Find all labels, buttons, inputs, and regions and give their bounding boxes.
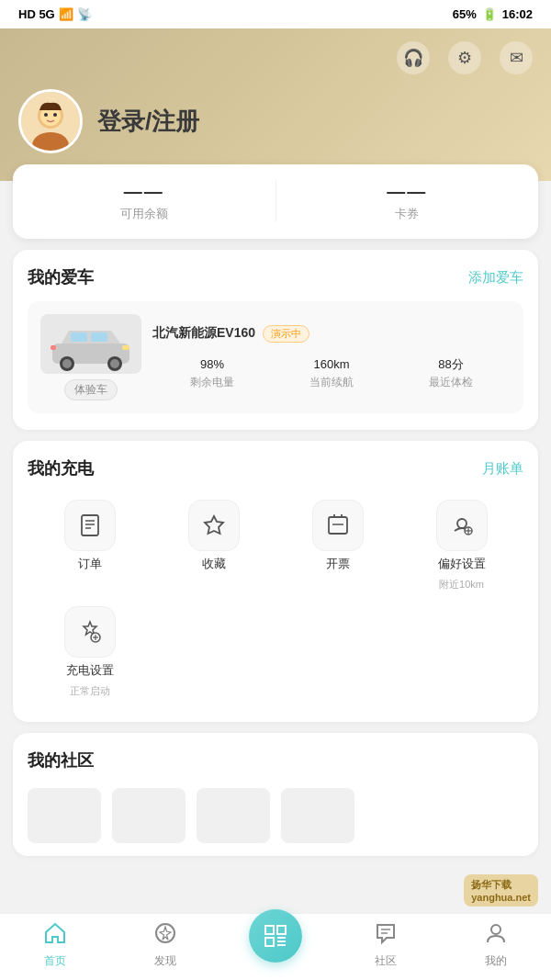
avatar [18, 89, 83, 153]
charging-item-favorites[interactable]: 收藏 [152, 492, 276, 599]
profile-row[interactable]: 登录/注册 [18, 89, 533, 153]
headphone-icon: 🎧 [403, 48, 423, 68]
charging-title: 我的充电 [28, 457, 94, 479]
message-button[interactable]: ✉ [500, 41, 533, 74]
car-info-area: 北汽新能源EV160 演示中 98% 剩余电量 160km 当前续航 [152, 325, 511, 390]
community-title: 我的社区 [28, 749, 94, 772]
community-item-2[interactable] [112, 788, 186, 843]
car-name: 北汽新能源EV160 [152, 325, 255, 342]
my-car-title: 我的爱车 [28, 266, 94, 288]
car-stats: 98% 剩余电量 160km 当前续航 88分 最近体检 [152, 352, 511, 390]
svg-rect-15 [82, 515, 98, 535]
preferences-label: 偏好设置 [438, 557, 486, 572]
wifi-icon: 📡 [77, 7, 92, 21]
watermark: 扬华下载yanghua.net [464, 874, 538, 907]
community-header: 我的社区 [28, 749, 523, 772]
message-icon: ✉ [510, 48, 523, 68]
header-area: 🎧 ⚙ ✉ 登录/注册 [0, 28, 551, 181]
community-icon [374, 921, 398, 951]
range-stat: 160km 当前续航 [272, 352, 391, 390]
health-stat: 88分 最近体检 [391, 352, 511, 390]
profile-icon [484, 921, 508, 951]
discover-icon [153, 921, 177, 951]
balance-amount-item[interactable]: —— 可用余额 [13, 181, 276, 222]
orders-label: 订单 [78, 557, 102, 572]
svg-rect-36 [265, 938, 274, 946]
nav-scan[interactable] [220, 928, 331, 963]
balance-coupon-item[interactable]: —— 卡券 [276, 181, 539, 222]
monthly-bill-button[interactable]: 月账单 [482, 460, 523, 478]
favorites-icon-box [188, 500, 240, 551]
svg-point-5 [53, 113, 57, 117]
orders-icon-box [64, 500, 116, 551]
car-name-row: 北汽新能源EV160 演示中 [152, 325, 511, 343]
settings-icon: ⚙ [457, 48, 472, 68]
car-status-badge: 演示中 [263, 325, 309, 343]
svg-point-12 [110, 359, 119, 368]
svg-rect-7 [71, 332, 87, 342]
status-left: HD 5G 📶 📡 [18, 7, 92, 21]
my-charging-section: 我的充电 月账单 订单 收藏 [13, 441, 538, 722]
balance-card: —— 可用余额 —— 卡券 [13, 164, 538, 239]
svg-point-10 [62, 359, 72, 368]
charging-item-orders[interactable]: 订单 [28, 492, 152, 599]
status-bar: HD 5G 📶 📡 65% 🔋 16:02 [0, 0, 551, 28]
car-card[interactable]: 体验车 北汽新能源EV160 演示中 98% 剩余电量 160km 当前续航 [28, 301, 523, 413]
preferences-icon-box [436, 500, 488, 551]
invoice-icon-box [312, 500, 364, 551]
charging-header: 我的充电 月账单 [28, 457, 523, 479]
svg-marker-33 [160, 927, 171, 940]
experience-badge: 体验车 [64, 379, 118, 400]
charging-grid: 订单 收藏 开票 [28, 492, 523, 705]
my-car-header: 我的爱车 添加爱车 [28, 266, 523, 288]
svg-rect-14 [51, 345, 56, 350]
nav-home[interactable]: 首页 [0, 921, 110, 969]
balance-coupon: —— [276, 181, 539, 202]
nav-discover[interactable]: 发现 [110, 921, 220, 969]
community-item-4[interactable] [281, 788, 354, 843]
charging-settings-icon-box [64, 606, 116, 658]
invoice-label: 开票 [326, 557, 350, 572]
range-label: 当前续航 [272, 375, 391, 390]
community-items-row [28, 784, 523, 847]
battery-label: 剩余电量 [152, 375, 272, 390]
time-text: 16:02 [502, 7, 533, 21]
battery-text: 65% [453, 7, 477, 21]
profile-nav-label: 我的 [485, 953, 507, 969]
community-nav-label: 社区 [375, 953, 397, 969]
charging-item-preferences[interactable]: 偏好设置 附近10km [399, 492, 523, 599]
balance-amount: —— [13, 181, 276, 202]
charging-item-settings[interactable]: 充电设置 正常启动 [28, 599, 152, 705]
community-item-1[interactable] [28, 788, 101, 843]
svg-rect-13 [122, 345, 129, 350]
add-car-button[interactable]: 添加爱车 [468, 269, 523, 287]
carrier-text: HD 5G [18, 7, 55, 21]
svg-rect-35 [277, 926, 286, 934]
discover-label: 发现 [154, 953, 176, 969]
charging-item-invoice[interactable]: 开票 [276, 492, 399, 599]
headphone-button[interactable]: 🎧 [397, 41, 430, 74]
svg-point-42 [491, 925, 500, 934]
svg-point-24 [457, 519, 467, 528]
health-value: 88分 [391, 352, 511, 373]
scan-button[interactable] [249, 909, 302, 963]
nav-community[interactable]: 社区 [331, 921, 441, 969]
preferences-sublabel: 附近10km [439, 578, 484, 591]
community-section: 我的社区 [13, 733, 538, 856]
nav-profile[interactable]: 我的 [441, 921, 551, 969]
health-label: 最近体检 [391, 375, 511, 390]
battery-value: 98% [152, 352, 272, 373]
battery-icon: 🔋 [482, 7, 497, 21]
community-item-3[interactable] [197, 788, 270, 843]
range-value: 160km [272, 352, 391, 373]
svg-rect-20 [329, 517, 347, 534]
car-image [40, 314, 141, 374]
bottom-nav: 首页 发现 [0, 913, 551, 980]
svg-rect-8 [91, 332, 107, 342]
profile-name[interactable]: 登录/注册 [97, 106, 199, 138]
status-right: 65% 🔋 16:02 [453, 7, 533, 21]
home-label: 首页 [44, 953, 66, 969]
header-icons: 🎧 ⚙ ✉ [18, 41, 533, 74]
charging-settings-label: 充电设置 [66, 663, 114, 679]
settings-button[interactable]: ⚙ [448, 41, 481, 74]
